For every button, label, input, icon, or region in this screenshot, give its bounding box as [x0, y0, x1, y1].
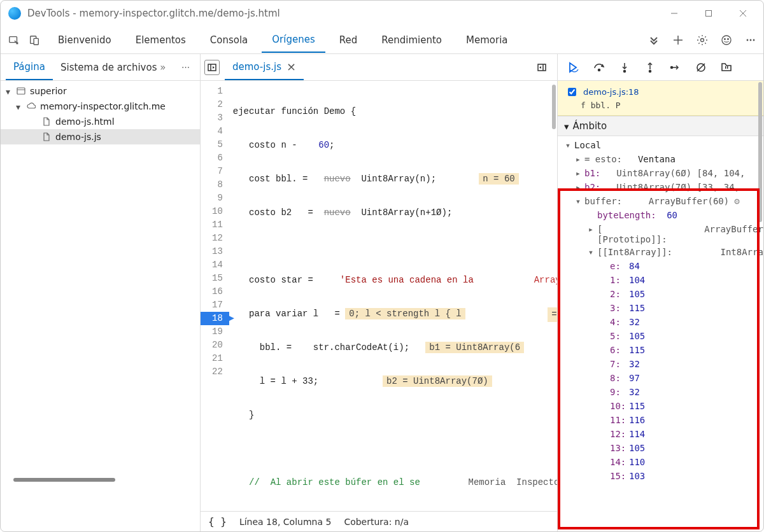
- array-entry[interactable]: 14: 110: [564, 456, 761, 470]
- maximize-button[interactable]: [696, 4, 721, 22]
- line-gutter: 1234567891011121314151617 18▶ 19202122: [201, 81, 229, 511]
- step-icon[interactable]: [668, 60, 683, 74]
- tree-top-label: superior: [30, 86, 67, 96]
- array-entry[interactable]: 13: 105: [564, 442, 761, 456]
- tree-file-js[interactable]: demo-js.js: [1, 129, 200, 144]
- tree-file-html[interactable]: demo-js.html: [1, 114, 200, 129]
- prop-label: [ [Prototipo]]:: [597, 224, 667, 244]
- window-title: DevTools - memory-inspector.glitch.me/de…: [27, 8, 280, 19]
- tree-file-html-label: demo-js.html: [55, 116, 115, 127]
- sidebar-tab-filesystem[interactable]: Sistema de archivos »: [53, 55, 174, 80]
- tab-welcome[interactable]: Bienvenido: [48, 28, 122, 52]
- tab-network[interactable]: Red: [329, 28, 368, 52]
- scope-b2[interactable]: ▸b2: Uint8Array(7Ø) [33, 34,: [564, 181, 761, 195]
- close-button[interactable]: [730, 4, 756, 22]
- vertical-scrollbar[interactable]: [758, 82, 762, 222]
- array-entry[interactable]: 9: 32: [564, 386, 761, 400]
- scope-b1[interactable]: ▸b1: Uint8Array(6Ø) [84, 104,: [564, 167, 761, 181]
- array-entry[interactable]: 3: 115: [564, 302, 761, 316]
- editor-tabs: demo-js.js ×: [201, 54, 557, 81]
- coverage-status: Cobertura: n/a: [344, 517, 409, 527]
- prop-value: ArrayBuffer: [704, 224, 763, 234]
- scope-int8array[interactable]: ▾[[Int8Array]]: Int8Array«: [564, 246, 761, 260]
- kebab-icon[interactable]: [744, 34, 757, 46]
- navigator-sidebar: Página Sistema de archivos » ⋯ ▾ superio…: [1, 54, 201, 531]
- code-content: ejecutar función Demo { costo n - 60; co…: [229, 81, 557, 511]
- array-entry[interactable]: e: 84: [564, 260, 761, 274]
- device-icon[interactable]: [27, 33, 41, 47]
- tree-domain[interactable]: ▾ memory-inspector.glitch.me: [1, 99, 200, 114]
- code-line: costo star = 'Esta es una cadena en laAr…: [233, 274, 557, 287]
- scope-bytelength[interactable]: byteLength: 60: [564, 209, 761, 223]
- prop-value: Int8Array«: [720, 247, 763, 257]
- scope-header[interactable]: ▾ Ámbito: [558, 116, 763, 136]
- array-entry[interactable]: 2: 105: [564, 288, 761, 302]
- code-editor[interactable]: 1234567891011121314151617 18▶ 19202122 e…: [201, 81, 557, 511]
- main-area: Página Sistema de archivos » ⋯ ▾ superio…: [1, 54, 763, 531]
- debugger-panel: demo-js.js:18 f bbl. P ▾ Ámbito ▾Local ▸…: [558, 54, 763, 531]
- sidebar-tab-page[interactable]: Página: [6, 55, 53, 80]
- array-entry[interactable]: 15: 103: [564, 470, 761, 484]
- scope-title: Ámbito: [573, 120, 607, 132]
- array-entry[interactable]: 10: 115: [564, 400, 761, 414]
- toggle-navigator-icon[interactable]: [204, 60, 220, 75]
- scope-prototype[interactable]: ▸[ [Prototipo]]: ArrayBuffer: [564, 223, 761, 246]
- tab-elements[interactable]: Elementos: [125, 28, 196, 52]
- step-out-icon[interactable]: [643, 60, 657, 74]
- tab-console[interactable]: Consola: [200, 28, 258, 52]
- prop-value: Uint8Array(7Ø) [33, 34,: [616, 182, 740, 192]
- settings-icon[interactable]: [696, 34, 709, 46]
- prop-value: 60: [667, 210, 677, 220]
- scope-local[interactable]: ▾Local: [564, 139, 761, 153]
- more-tabs-icon[interactable]: [647, 34, 660, 46]
- toolbar-right: [647, 34, 757, 46]
- horizontal-scrollbar[interactable]: [13, 478, 115, 482]
- breakpoint-row[interactable]: demo-js.js:18: [565, 86, 756, 98]
- breakpoint-checkbox[interactable]: [568, 88, 576, 96]
- add-tab-icon[interactable]: [672, 34, 684, 46]
- minimize-button[interactable]: [661, 4, 687, 22]
- prop-label: = esto:: [584, 154, 622, 164]
- toggle-debugger-icon[interactable]: [534, 60, 549, 75]
- file-icon: [41, 116, 52, 127]
- close-tab-icon[interactable]: ×: [286, 61, 296, 73]
- scope-local-label: Local: [574, 140, 601, 150]
- tab-sources[interactable]: Orígenes: [262, 27, 325, 53]
- editor-area: demo-js.js × 1234567891011121314151617 1…: [201, 54, 558, 531]
- sidebar-more-icon[interactable]: ⋯: [176, 62, 195, 72]
- array-entry[interactable]: 7: 32: [564, 358, 761, 372]
- cursor-position: Línea 18, Columna 5: [239, 517, 331, 527]
- tab-performance[interactable]: Rendimiento: [371, 28, 452, 52]
- pause-exceptions-icon[interactable]: [719, 60, 733, 74]
- scope-buffer[interactable]: ▾buffer: ArrayBuffer(60)⚙: [564, 195, 761, 209]
- step-over-icon[interactable]: [592, 60, 606, 74]
- array-entry[interactable]: 5: 105: [564, 330, 761, 344]
- feedback-icon[interactable]: [720, 34, 733, 46]
- tree-domain-label: memory-inspector.glitch.me: [40, 101, 166, 111]
- tab-memory[interactable]: Memoria: [456, 28, 518, 52]
- file-icon: [41, 132, 52, 142]
- tree-top[interactable]: ▾ superior: [1, 83, 200, 99]
- array-entry[interactable]: 4: 32: [564, 316, 761, 330]
- pretty-print-icon[interactable]: { }: [208, 515, 227, 528]
- resume-icon[interactable]: [567, 60, 581, 74]
- svg-point-13: [747, 39, 749, 41]
- inline-type-badge: ArrayBuffer: [534, 274, 557, 287]
- scope-this[interactable]: ▸= esto: Ventana: [564, 153, 761, 167]
- vertical-scrollbar[interactable]: [552, 85, 556, 129]
- svg-rect-31: [725, 66, 726, 69]
- gear-icon[interactable]: ⚙: [734, 196, 739, 206]
- array-entry[interactable]: 8: 97: [564, 372, 761, 386]
- inline-value-badge: b2 = Uint8Array(7Ø): [383, 375, 492, 387]
- array-entry[interactable]: 1: 104: [564, 274, 761, 288]
- code-line: ejecutar función Demo {: [233, 105, 557, 118]
- array-entry[interactable]: 11: 116: [564, 414, 761, 428]
- array-entry[interactable]: 12: 114: [564, 428, 761, 442]
- main-toolbar: Bienvenido Elementos Consola Orígenes Re…: [1, 26, 763, 54]
- array-entry[interactable]: 6: 115: [564, 344, 761, 358]
- svg-rect-20: [538, 64, 546, 71]
- deactivate-breakpoints-icon[interactable]: [694, 60, 708, 74]
- inspect-icon[interactable]: [7, 33, 21, 47]
- editor-tab-demo-js[interactable]: demo-js.js ×: [225, 55, 304, 80]
- step-into-icon[interactable]: [618, 60, 632, 74]
